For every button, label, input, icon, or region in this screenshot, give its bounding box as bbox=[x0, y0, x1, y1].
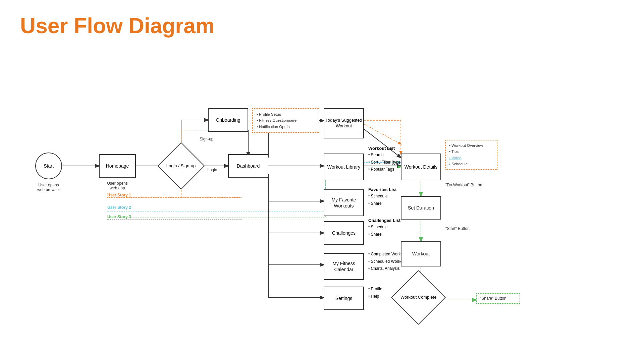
favorites-annotation: Favorites List • Schedule • Share bbox=[368, 187, 397, 207]
dashboard-label: Dashboard bbox=[237, 163, 260, 169]
settings-node: Settings bbox=[324, 287, 364, 310]
my-favorites-label: My Favorite Workouts bbox=[324, 197, 363, 209]
workout-details-label: Workout Details bbox=[405, 164, 438, 170]
start-sublabel: User opensweb browser bbox=[23, 183, 74, 192]
start-label: Start bbox=[44, 163, 54, 169]
homepage-node: Homepage bbox=[99, 154, 136, 178]
my-fitness-label: My Fitness Calendar bbox=[324, 260, 363, 273]
homepage-label: Homepage bbox=[106, 163, 129, 169]
set-duration-node: Set Duration bbox=[401, 196, 441, 220]
onboarding-annotation: • Profile Setup • Fitness Questionnaire … bbox=[252, 108, 319, 133]
homepage-sublabel: User opensweb app bbox=[94, 181, 141, 190]
start-node: Start bbox=[35, 153, 62, 179]
start-btn-label: "Start" Button bbox=[445, 226, 470, 231]
settings-label: Settings bbox=[335, 295, 353, 301]
login-signup-node: Login / Sign-up bbox=[164, 149, 198, 183]
challenges-label: Challenges bbox=[332, 230, 356, 236]
do-workout-label: "Do Workout" Button bbox=[445, 183, 482, 187]
svg-line-36 bbox=[364, 124, 401, 144]
workout-node: Workout bbox=[401, 241, 441, 266]
todays-workout-node: Today's Suggested Workout bbox=[324, 108, 364, 138]
workout-library-label: Workout Library bbox=[327, 164, 361, 170]
signup-label: Sign-up bbox=[200, 137, 213, 141]
settings-annotation: • Profile • Help bbox=[368, 286, 382, 300]
workout-details-annotation: • Workout Overview • Tips • Video • Sche… bbox=[445, 140, 497, 170]
dashboard-node: Dashboard bbox=[228, 154, 268, 178]
workout-label: Workout bbox=[412, 251, 430, 257]
login-label-edge: Login bbox=[207, 168, 217, 172]
login-label: Login / Sign-up bbox=[166, 163, 196, 169]
set-duration-label: Set Duration bbox=[408, 205, 434, 211]
page-title: User Flow Diagram bbox=[20, 13, 215, 38]
onboarding-node: Onboarding bbox=[208, 108, 248, 132]
share-btn-annotation: "Share" Button bbox=[476, 293, 520, 304]
workout-complete-node: Workout Complete bbox=[399, 278, 438, 317]
workout-complete-label: Workout Complete bbox=[400, 295, 436, 300]
onboarding-label: Onboarding bbox=[216, 117, 240, 123]
workout-details-node: Workout Details bbox=[401, 154, 441, 180]
my-fitness-node: My Fitness Calendar bbox=[324, 253, 364, 280]
my-favorites-node: My Favorite Workouts bbox=[324, 189, 364, 216]
todays-workout-label: Today's Suggested Workout bbox=[324, 118, 363, 129]
challenges-annotation: Challenges List • Schedule • Share bbox=[368, 218, 400, 238]
challenges-node: Challenges bbox=[324, 221, 364, 245]
workout-library-node: Workout Library bbox=[324, 154, 364, 180]
